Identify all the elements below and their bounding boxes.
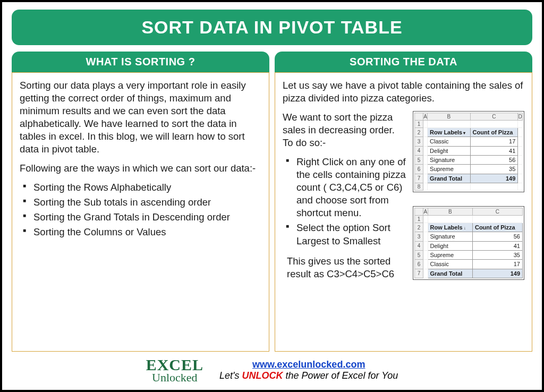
two-column-layout: WHAT IS SORTING ? Sorting our data plays…	[12, 52, 532, 352]
col-c: C	[470, 113, 518, 121]
tagline-pre: Let's	[219, 370, 242, 381]
pivot-cell: 35	[472, 250, 522, 259]
col-c: C	[472, 208, 522, 215]
list-item: Sorting the Columns or Values	[22, 226, 261, 238]
right-body: Let us say we have a pivot table contain…	[275, 72, 532, 352]
right-result: This gives us the sorted result as C3>C4…	[283, 255, 407, 280]
list-item: Sorting the Sub totals in ascending orde…	[22, 196, 261, 209]
pivot-cell: Classic	[428, 260, 472, 269]
pivot-tables-stack: A B C D 1 2 Row Labels▾ Count of Pizza 3…	[413, 111, 524, 287]
col-a: A	[423, 208, 428, 215]
pivot-cell: 35	[470, 165, 518, 174]
brand-logo: EXCEL Unlocked	[146, 356, 203, 385]
pivot-cell: Supreme	[428, 250, 472, 259]
left-para-2: Following are the ways in which we can s…	[20, 162, 261, 175]
logo-bottom-text: Unlocked	[146, 371, 203, 385]
left-column: WHAT IS SORTING ? Sorting our data plays…	[12, 52, 269, 352]
pivot-grand-total-value: 149	[470, 174, 518, 183]
left-bullets: Sorting the Rows Alphabetically Sorting …	[20, 181, 261, 238]
list-item: Sorting the Grand Totals in Descending o…	[22, 211, 261, 224]
pivot-cell: Delight	[428, 241, 472, 250]
pivot-value-hdr: Count of Pizza	[470, 128, 518, 137]
right-header: SORTING THE DATA	[275, 52, 532, 72]
sort-desc-icon[interactable]: ↓	[463, 226, 466, 231]
left-body: Sorting our data plays a very important …	[12, 72, 269, 352]
pivot-row-labels-hdr: Row Labels	[430, 129, 462, 135]
pivot-grand-total-label: Grand Total	[428, 269, 472, 278]
right-steps: Right Click on any one of the cells cont…	[283, 156, 407, 247]
pivot-cell: 41	[472, 241, 522, 250]
pivot-cell: Signature	[428, 156, 471, 165]
tagline-strong: UNLOCK	[242, 370, 283, 381]
right-intro: Let us say we have a pivot table contain…	[283, 79, 524, 105]
col-a: A	[423, 113, 428, 121]
footer: EXCEL Unlocked www.excelunlocked.com Let…	[12, 352, 532, 385]
pivot-cell: 17	[470, 137, 518, 146]
list-item: Sorting the Rows Alphabetically	[22, 181, 261, 194]
pivot-cell: Supreme	[428, 165, 471, 174]
pivot-value-hdr: Count of Pizza	[472, 223, 522, 232]
page-title: SORT DATA IN PIVOT TABLE	[12, 10, 532, 45]
pivot-cell: 56	[472, 232, 522, 241]
pivot-grand-total-value: 149	[472, 269, 522, 278]
slide-frame: SORT DATA IN PIVOT TABLE WHAT IS SORTING…	[0, 0, 544, 392]
pivot-cell: Classic	[428, 137, 471, 146]
tagline-post: the Power of Excel for You	[283, 370, 398, 381]
pivot-cell: 17	[472, 260, 522, 269]
pivot-row-labels-hdr: Row Labels	[430, 224, 463, 231]
right-lead: We want to sort the pizza sales in decre…	[283, 111, 407, 149]
dropdown-icon[interactable]: ▾	[462, 131, 465, 135]
list-item: Right Click on any one of the cells cont…	[285, 156, 407, 219]
pivot-before: A B C D 1 2 Row Labels▾ Count of Pizza 3…	[413, 111, 524, 192]
right-column: SORTING THE DATA Let us say we have a pi…	[275, 52, 532, 352]
list-item: Select the option Sort Largest to Smalle…	[285, 221, 407, 247]
col-b: B	[428, 113, 471, 121]
pivot-after: A B C 1 2 Row Labels↓ Count of Pizza 3Si…	[413, 206, 524, 280]
pivot-cell: 41	[470, 146, 518, 155]
left-para-1: Sorting our data plays a very important …	[20, 79, 261, 156]
website-link[interactable]: www.excelunlocked.com	[252, 359, 365, 370]
pivot-grand-total-label: Grand Total	[428, 174, 471, 183]
pivot-cell: 56	[470, 156, 518, 165]
col-b: B	[428, 208, 472, 215]
left-header: WHAT IS SORTING ?	[12, 52, 269, 72]
pivot-cell: Delight	[428, 146, 471, 155]
pivot-cell: Signature	[428, 232, 472, 241]
col-d: D	[518, 113, 523, 121]
